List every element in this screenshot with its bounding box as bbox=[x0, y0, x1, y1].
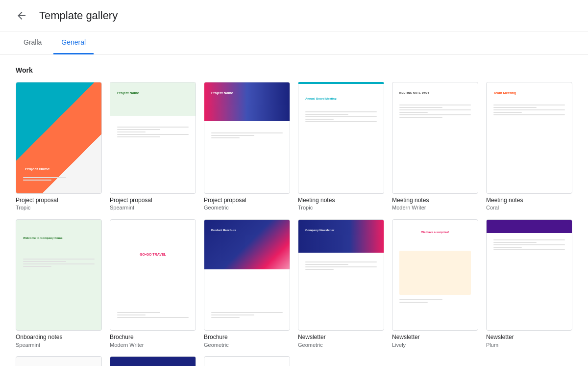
template-card-brochure-modern[interactable]: Brochure Modern Writer bbox=[110, 219, 196, 349]
template-thumb-news-lively bbox=[392, 219, 478, 331]
template-name-meet-tropic: Meeting notes bbox=[298, 197, 384, 205]
template-thumb-meet-modern bbox=[392, 82, 478, 194]
template-card-proj-geo[interactable]: Project proposal Geometric bbox=[204, 82, 290, 211]
template-sub-proj-spearmint: Spearmint bbox=[110, 204, 196, 211]
template-grid-row2: Onboarding notes Spearmint Brochure Mode… bbox=[16, 219, 572, 349]
template-thumb-meet-tropic bbox=[298, 82, 384, 194]
template-sub-proj-geo: Geometric bbox=[204, 204, 290, 211]
template-grid-row1: Project proposal Tropic Project proposal… bbox=[16, 82, 572, 211]
template-name-meet-coral: Meeting notes bbox=[486, 197, 572, 205]
template-thumb-news-plum bbox=[486, 219, 572, 331]
template-sub-onboard: Spearmint bbox=[16, 341, 102, 348]
template-card-proj-spearmint[interactable]: Project proposal Spearmint bbox=[110, 82, 196, 211]
page-title: Template gallery bbox=[39, 9, 118, 22]
section-work-title: Work bbox=[16, 66, 572, 74]
back-icon bbox=[16, 10, 27, 22]
template-sub-brochure-geo: Geometric bbox=[204, 341, 290, 348]
template-card-meet-tropic[interactable]: Meeting notes Tropic bbox=[298, 82, 384, 211]
template-thumb-consulting bbox=[204, 356, 290, 366]
back-button[interactable] bbox=[12, 6, 31, 26]
tab-general[interactable]: General bbox=[53, 31, 94, 54]
template-name-meet-modern: Meeting notes bbox=[392, 197, 478, 205]
template-sub-news-geo: Geometric bbox=[298, 341, 384, 348]
template-card-meet-modern[interactable]: Meeting notes Modern Writer bbox=[392, 82, 478, 211]
template-name-proj-tropic: Project proposal bbox=[16, 197, 102, 205]
template-card-brochure-geo[interactable]: Brochure Geometric bbox=[204, 219, 290, 349]
tab-gralla[interactable]: Gralla bbox=[16, 31, 49, 54]
template-name-news-lively: Newsletter bbox=[392, 334, 478, 341]
content-area: Work Project proposal Tropic bbox=[0, 54, 588, 366]
template-name-news-geo: Newsletter bbox=[298, 334, 384, 341]
template-thumb-proj-geo bbox=[204, 82, 290, 194]
template-card-meet-coral[interactable]: Meeting notes Coral bbox=[486, 82, 572, 211]
template-name-news-plum: Newsletter bbox=[486, 334, 572, 341]
template-card-legal[interactable]: Legal bbox=[16, 356, 102, 366]
template-card-consulting[interactable]: Consulting Agreement bbox=[204, 356, 290, 366]
template-thumb-proj-spearmint bbox=[110, 82, 196, 194]
template-sub-news-plum: Plum bbox=[486, 341, 572, 348]
template-sub-brochure-modern: Modern Writer bbox=[110, 341, 196, 348]
template-card-news-geo[interactable]: Newsletter Geometric bbox=[298, 219, 384, 349]
template-sub-news-lively: Lively bbox=[392, 341, 478, 348]
template-thumb-business-manual bbox=[110, 356, 196, 366]
template-thumb-meet-coral bbox=[486, 82, 572, 194]
template-sub-meet-tropic: Tropic bbox=[298, 204, 384, 211]
tabs-bar: Gralla General bbox=[0, 31, 588, 54]
template-name-proj-geo: Project proposal bbox=[204, 197, 290, 205]
template-thumb-brochure-geo bbox=[204, 219, 290, 331]
template-thumb-proj-tropic bbox=[16, 82, 102, 194]
template-card-onboard[interactable]: Onboarding notes Spearmint bbox=[16, 219, 102, 349]
template-thumb-legal bbox=[16, 356, 102, 366]
template-name-onboard: Onboarding notes bbox=[16, 334, 102, 341]
template-thumb-news-geo bbox=[298, 219, 384, 331]
template-name-proj-spearmint: Project proposal bbox=[110, 197, 196, 205]
template-sub-meet-coral: Coral bbox=[486, 204, 572, 211]
template-sub-meet-modern: Modern Writer bbox=[392, 204, 478, 211]
template-card-news-plum[interactable]: Newsletter Plum bbox=[486, 219, 572, 349]
template-card-news-lively[interactable]: Newsletter Lively bbox=[392, 219, 478, 349]
template-thumb-brochure-modern bbox=[110, 219, 196, 331]
template-card-proj-tropic[interactable]: Project proposal Tropic bbox=[16, 82, 102, 211]
template-thumb-onboard bbox=[16, 219, 102, 331]
template-card-business-manual[interactable]: Business Process Manual bbox=[110, 356, 196, 366]
template-name-brochure-modern: Brochure bbox=[110, 334, 196, 341]
header: Template gallery bbox=[0, 0, 588, 31]
template-sub-proj-tropic: Tropic bbox=[16, 204, 102, 211]
template-grid-row3: Legal Business Process Manual bbox=[16, 356, 572, 366]
template-name-brochure-geo: Brochure bbox=[204, 334, 290, 341]
